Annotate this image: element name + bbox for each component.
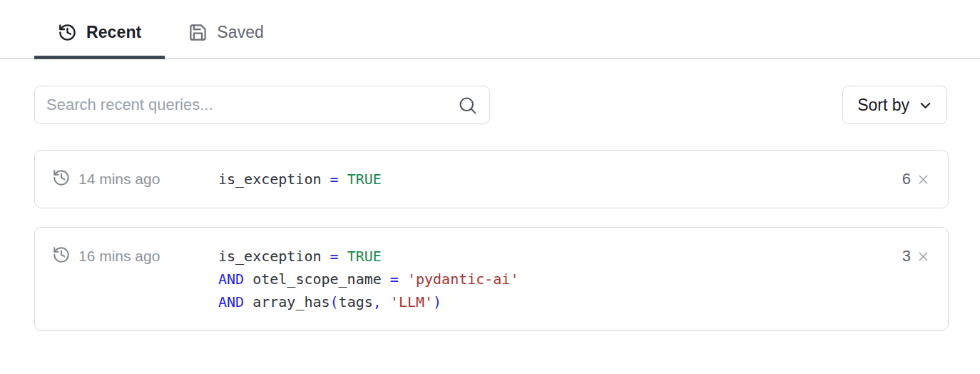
- query-count-group: 6: [902, 168, 931, 191]
- sort-by-button[interactable]: Sort by: [842, 86, 947, 124]
- query-code: is_exception = TRUEAND otel_scope_name =…: [218, 245, 902, 313]
- toolbar: Sort by: [34, 86, 947, 124]
- save-icon: [188, 23, 208, 42]
- delete-query-button[interactable]: [916, 172, 931, 187]
- search-box: [34, 86, 490, 124]
- query-list: 14 mins ago is_exception = TRUE 6: [34, 150, 949, 331]
- query-time: 16 mins ago: [78, 248, 160, 265]
- sort-by-label: Sort by: [857, 96, 909, 115]
- search-icon: [457, 95, 478, 118]
- close-icon: [916, 249, 931, 264]
- tab-recent-label: Recent: [86, 23, 141, 42]
- tab-saved[interactable]: Saved: [165, 17, 287, 58]
- history-icon: [52, 246, 71, 267]
- tab-recent[interactable]: Recent: [34, 17, 165, 58]
- search-input[interactable]: [34, 86, 490, 124]
- delete-query-button[interactable]: [916, 249, 931, 264]
- tab-bar: Recent Saved: [0, 0, 980, 59]
- close-icon: [916, 172, 931, 187]
- query-time: 14 mins ago: [78, 171, 160, 188]
- query-meta: 14 mins ago: [52, 168, 218, 191]
- history-icon: [52, 168, 71, 190]
- query-code: is_exception = TRUE: [218, 168, 902, 191]
- query-card[interactable]: 16 mins ago is_exception = TRUEAND otel_…: [34, 227, 949, 331]
- usage-count: 3: [902, 247, 911, 266]
- usage-count: 6: [902, 170, 911, 188]
- chevron-down-icon: [917, 97, 934, 113]
- query-card[interactable]: 14 mins ago is_exception = TRUE 6: [34, 150, 949, 208]
- history-icon: [58, 23, 77, 42]
- tab-saved-label: Saved: [217, 23, 264, 42]
- query-count-group: 3: [902, 245, 931, 268]
- query-meta: 16 mins ago: [52, 245, 218, 268]
